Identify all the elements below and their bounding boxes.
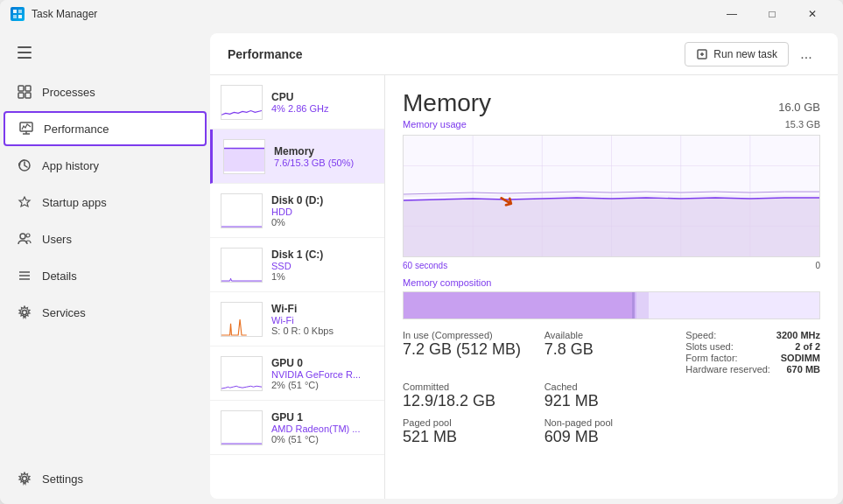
cpu-name: CPU <box>271 91 374 103</box>
device-info-gpu0: GPU 0 NVIDIA GeForce R... 2% (51 °C) <box>271 357 374 390</box>
window-controls: — □ ✕ <box>712 0 832 28</box>
cpu-sub: 4% 2.86 GHz <box>271 103 374 114</box>
time-label: 60 seconds <box>403 261 447 270</box>
sidebar-item-processes[interactable]: Processes <box>4 74 207 109</box>
disk1-mini-graph <box>221 248 263 283</box>
stats-grid-row3: Paged pool 521 MB Non-paged pool 609 MB <box>403 417 820 446</box>
svg-rect-9 <box>18 93 24 98</box>
app-icon <box>11 7 25 21</box>
main-title: Performance <box>228 47 685 61</box>
wifi-name: Wi-Fi <box>271 303 374 315</box>
stat-right: Speed: 3200 MHz Slots used: 2 of 2 Form … <box>685 330 820 374</box>
svg-marker-26 <box>224 148 264 172</box>
gpu1-mini-graph <box>221 410 263 445</box>
svg-rect-1 <box>18 10 22 13</box>
sidebar-item-performance[interactable]: Performance <box>4 111 207 146</box>
available-value: 7.8 GB <box>544 340 679 359</box>
gpu0-sub: NVIDIA GeForce R... <box>271 369 374 380</box>
composition-bar <box>403 291 820 319</box>
disk0-mini-graph <box>221 193 263 228</box>
content-area: Processes Performance <box>0 28 843 504</box>
svg-point-17 <box>26 234 30 237</box>
comp-free <box>649 292 819 318</box>
gpu0-val: 2% (51 °C) <box>271 380 374 390</box>
sidebar-item-services[interactable]: Services <box>4 295 207 330</box>
run-new-task-button[interactable]: Run new task <box>685 42 789 66</box>
services-icon <box>18 305 32 319</box>
main-panel: Performance Run new task ... <box>210 33 838 499</box>
app-history-icon <box>18 158 32 172</box>
device-info-gpu1: GPU 1 AMD Radeon(TM) ... 0% (51 °C) <box>271 411 374 444</box>
device-item-disk0[interactable]: Disk 0 (D:) HDD 0% <box>210 184 384 238</box>
sidebar-item-startup-apps[interactable]: Startup apps <box>4 185 207 220</box>
svg-rect-10 <box>25 93 31 98</box>
memory-name: Memory <box>274 145 374 158</box>
memory-total: 16.0 GB <box>778 101 820 114</box>
svg-rect-3 <box>18 15 22 18</box>
gpu0-mini-graph <box>221 356 263 391</box>
committed-value: 12.9/18.2 GB <box>403 392 537 410</box>
disk0-name: Disk 0 (D:) <box>271 194 374 206</box>
svg-rect-6 <box>18 57 32 59</box>
disk1-sub: SSD <box>271 261 374 271</box>
form-value: SODIMM <box>781 353 820 363</box>
form-label: Form factor: <box>685 353 737 363</box>
cached-value: 921 MB <box>544 392 679 410</box>
available-label: Available <box>544 330 679 340</box>
device-item-memory[interactable]: Memory 7.6/15.3 GB (50%) <box>210 130 384 184</box>
processes-icon <box>18 85 32 99</box>
svg-rect-2 <box>13 15 17 18</box>
svg-point-16 <box>20 234 25 239</box>
sidebar-item-processes-label: Processes <box>42 86 95 99</box>
device-item-gpu0[interactable]: GPU 0 NVIDIA GeForce R... 2% (51 °C) <box>210 346 384 401</box>
memory-mini-graph <box>223 139 265 174</box>
sidebar-item-settings[interactable]: Settings <box>4 461 207 496</box>
close-button[interactable]: ✕ <box>792 0 832 28</box>
hamburger-button[interactable] <box>7 35 42 70</box>
slots-label: Slots used: <box>685 341 733 352</box>
speed-value: 3200 MHz <box>776 330 820 340</box>
sidebar-bottom: Settings <box>0 460 210 504</box>
device-item-wifi[interactable]: Wi-Fi Wi-Fi S: 0 R: 0 Kbps <box>210 292 384 346</box>
device-item-disk1[interactable]: Disk 1 (C:) SSD 1% <box>210 238 384 292</box>
minimize-button[interactable]: — <box>712 0 752 28</box>
disk0-val: 0% <box>271 217 374 228</box>
slots-value: 2 of 2 <box>795 341 820 352</box>
wifi-sub: Wi-Fi <box>271 315 374 326</box>
sidebar-item-performance-label: Performance <box>44 122 109 136</box>
cached-label: Cached <box>544 382 679 392</box>
stat-paged-pool: Paged pool 521 MB <box>403 417 537 446</box>
paged-pool-label: Paged pool <box>403 417 537 428</box>
comp-in-use <box>404 292 632 318</box>
svg-point-21 <box>23 311 27 315</box>
device-info-memory: Memory 7.6/15.3 GB (50%) <box>274 145 374 168</box>
detail-panel: Memory 16.0 GB Memory usage 15.3 GB <box>385 75 838 499</box>
device-item-cpu[interactable]: CPU 4% 2.86 GHz <box>210 75 384 130</box>
more-options-button[interactable]: ... <box>792 40 820 68</box>
run-new-task-label: Run new task <box>713 48 777 60</box>
sidebar-item-users-label: Users <box>42 233 72 246</box>
time-val: 0 <box>815 261 820 270</box>
sidebar-item-services-label: Services <box>42 306 86 319</box>
device-info-disk0: Disk 0 (D:) HDD 0% <box>271 194 374 228</box>
svg-rect-0 <box>13 10 17 13</box>
sidebar: Processes Performance <box>0 28 210 504</box>
startup-apps-icon <box>18 195 32 209</box>
device-item-gpu1[interactable]: GPU 1 AMD Radeon(TM) ... 0% (51 °C) <box>210 401 384 455</box>
stats-grid: In use (Compressed) 7.2 GB (512 MB) Avai… <box>403 330 820 374</box>
memory-usage-label: Memory usage <box>403 119 467 130</box>
sidebar-item-users[interactable]: Users <box>4 221 207 256</box>
device-info-disk1: Disk 1 (C:) SSD 1% <box>271 248 374 282</box>
hw-reserved-value: 670 MB <box>786 364 820 374</box>
sidebar-item-app-history[interactable]: App history <box>4 148 207 183</box>
memory-graph <box>403 135 820 257</box>
stats-grid-row2: Committed 12.9/18.2 GB Cached 921 MB <box>403 382 820 410</box>
sidebar-item-details[interactable]: Details <box>4 258 207 293</box>
svg-point-22 <box>23 477 27 481</box>
maximize-button[interactable]: □ <box>752 0 792 28</box>
gpu0-name: GPU 0 <box>271 357 374 369</box>
speed-label: Speed: <box>685 330 716 340</box>
hw-reserved-label: Hardware reserved: <box>685 364 770 374</box>
cpu-mini-graph <box>221 85 263 120</box>
sidebar-item-startup-apps-label: Startup apps <box>42 196 107 209</box>
